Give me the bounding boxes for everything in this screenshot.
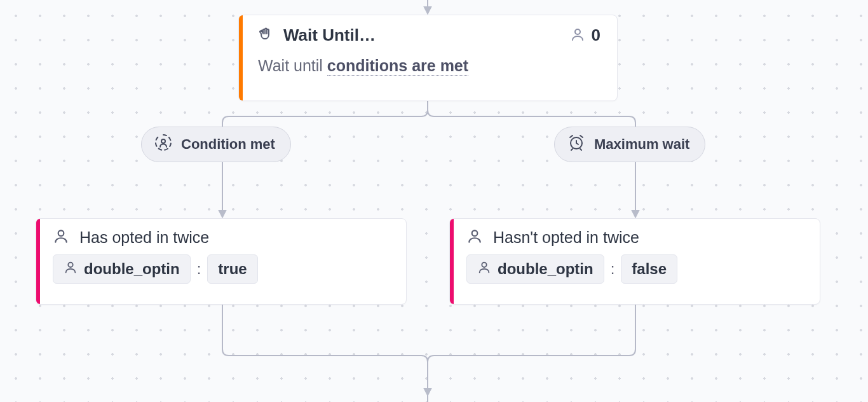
svg-point-6 [482,263,486,267]
hand-stop-icon [258,26,273,45]
attribute-value-right: false [632,260,667,278]
alarm-clock-icon [567,134,585,155]
attribute-name-right: double_optin [498,260,593,278]
value-token-right[interactable]: false [621,254,677,284]
attribute-token-right[interactable]: double_optin [466,254,604,284]
wait-until-count: 0 [570,25,600,45]
wait-until-title: Wait Until… [283,25,376,45]
svg-point-5 [472,230,478,236]
wait-until-description: Wait until conditions are met [258,57,600,75]
wait-desc-prefix: Wait until [258,57,327,74]
node-title-right: Hasn't opted in twice [493,228,639,247]
attribute-name-left: double_optin [84,260,180,278]
chip-maximum-wait-label: Maximum wait [594,136,689,153]
node-accent-left [36,219,40,304]
assignment-row-right: double_optin : false [466,254,806,284]
svg-point-3 [58,230,64,236]
colon-separator-left: : [197,260,201,278]
value-token-left[interactable]: true [207,254,257,284]
person-icon [53,228,69,247]
person-icon [466,228,483,247]
condition-met-icon [154,134,172,155]
attribute-value-left: true [218,260,247,278]
person-icon [570,27,585,45]
chip-maximum-wait: Maximum wait [554,127,705,162]
assignment-row-left: double_optin : true [53,254,392,284]
attribute-token-left[interactable]: double_optin [53,254,191,284]
wait-until-accent [239,15,243,100]
wait-until-node[interactable]: Wait Until… 0 Wait until conditions are … [238,15,618,101]
wait-until-count-value: 0 [592,25,600,45]
person-icon [477,260,491,278]
node-hasnt-opted-in[interactable]: Hasn't opted in twice double_optin : fal… [449,218,820,305]
chip-condition-met-label: Condition met [181,136,275,153]
colon-separator-right: : [611,260,615,278]
svg-point-1 [161,139,165,143]
node-title-left: Has opted in twice [79,228,209,247]
chip-condition-met: Condition met [141,127,291,162]
wait-conditions-link[interactable]: conditions are met [327,57,468,76]
node-has-opted-in[interactable]: Has opted in twice double_optin : true [36,218,407,305]
svg-point-4 [68,263,72,267]
person-icon [64,260,78,278]
node-accent-right [450,219,454,304]
svg-point-0 [575,29,580,34]
